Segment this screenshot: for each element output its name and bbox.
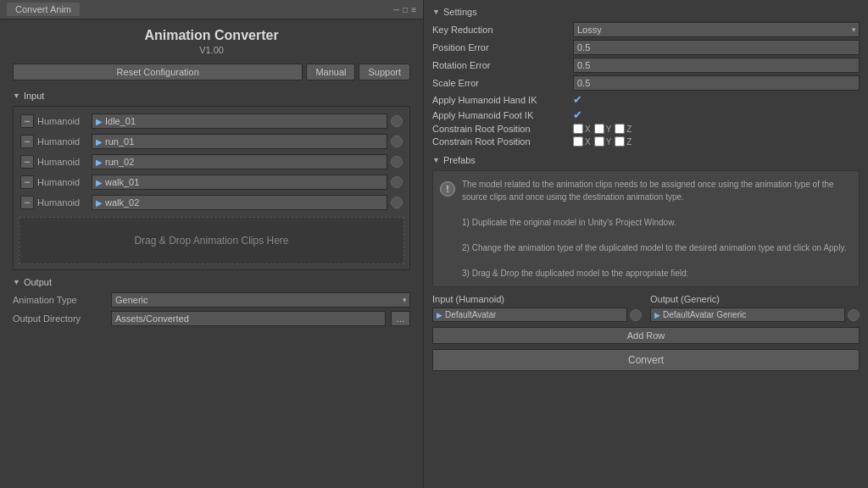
input-label: Input bbox=[24, 91, 44, 101]
anim-clip-field-4[interactable]: ▶ walk_01 bbox=[92, 175, 387, 190]
checkbox-x-2-input[interactable] bbox=[573, 136, 583, 147]
anim-clip-field-5[interactable]: ▶ walk_02 bbox=[92, 195, 387, 210]
anim-type-2: Humanoid bbox=[37, 136, 88, 147]
output-section: ▼ Output Animation Type Generic Humanoid… bbox=[13, 277, 410, 326]
settings-section: ▼ Settings Key Reduction Lossy Lossless … bbox=[432, 7, 860, 147]
convert-button[interactable]: Convert bbox=[432, 349, 860, 371]
table-row: − Humanoid ▶ run_02 bbox=[19, 152, 404, 171]
apply-foot-ik-row: Apply Humanoid Foot IK ✔ bbox=[432, 108, 860, 121]
left-panel: Convert Anim ─ □ ≡ Animation Converter V… bbox=[0, 0, 424, 488]
checkbox-x-1-input[interactable] bbox=[573, 124, 583, 134]
input-prefab-field[interactable]: ▶ DefaultAvatar bbox=[432, 308, 627, 322]
constrain-root-pos-2-checkboxes: X Y Z bbox=[573, 136, 632, 147]
input-prefab-name: DefaultAvatar bbox=[445, 310, 496, 319]
checkbox-z-2[interactable]: Z bbox=[615, 136, 632, 147]
anim-clip-field-1[interactable]: ▶ Idle_01 bbox=[92, 114, 387, 129]
constrain-root-pos-1-checkboxes: X Y Z bbox=[573, 124, 632, 134]
output-directory-label: Output Directory bbox=[13, 313, 106, 324]
key-reduction-select-wrapper: Lossy Lossless None bbox=[573, 22, 860, 37]
window-controls: ─ □ ≡ bbox=[393, 5, 416, 14]
anim-circle-btn-4[interactable] bbox=[391, 176, 403, 188]
remove-anim-4-button[interactable]: − bbox=[20, 175, 34, 189]
output-prefab-field[interactable]: ▶ DefaultAvatar Generic bbox=[650, 308, 845, 322]
remove-anim-3-button[interactable]: − bbox=[20, 155, 34, 169]
rotation-error-row: Rotation Error bbox=[432, 58, 860, 73]
checkbox-y-1-input[interactable] bbox=[594, 124, 604, 134]
rotation-error-label: Rotation Error bbox=[432, 60, 568, 70]
scale-error-label: Scale Error bbox=[432, 78, 568, 88]
animation-type-label: Animation Type bbox=[13, 295, 106, 305]
support-button[interactable]: Support bbox=[359, 64, 410, 80]
anim-clip-field-3[interactable]: ▶ run_02 bbox=[92, 154, 387, 169]
checkbox-x-1[interactable]: X bbox=[573, 124, 591, 134]
scale-error-row: Scale Error bbox=[432, 75, 860, 91]
remove-anim-1-button[interactable]: − bbox=[20, 114, 34, 128]
clip-name-1: Idle_01 bbox=[105, 116, 136, 126]
checkbox-x-2[interactable]: X bbox=[573, 136, 591, 147]
remove-anim-5-button[interactable]: − bbox=[20, 196, 34, 209]
animation-list: − Humanoid ▶ Idle_01 − Humanoid ▶ run_01 bbox=[19, 112, 404, 212]
key-reduction-row: Key Reduction Lossy Lossless None bbox=[432, 22, 860, 37]
anim-circle-btn-2[interactable] bbox=[391, 136, 403, 147]
anim-clip-field-2[interactable]: ▶ run_01 bbox=[92, 134, 387, 149]
menu-icon[interactable]: ≡ bbox=[411, 5, 416, 14]
position-error-row: Position Error bbox=[432, 40, 860, 55]
table-row: − Humanoid ▶ Idle_01 bbox=[19, 112, 404, 130]
constrain-root-pos-1-label: Constrain Root Position bbox=[432, 124, 568, 134]
prefabs-section-header: ▼ Prefabs bbox=[432, 155, 860, 165]
anim-circle-btn-1[interactable] bbox=[391, 115, 403, 127]
checkbox-y-1[interactable]: Y bbox=[594, 124, 612, 134]
prefabs-info-text: The model related to the animation clips… bbox=[462, 178, 852, 280]
output-prefab-field-row: ▶ DefaultAvatar Generic bbox=[650, 308, 860, 322]
anim-type-5: Humanoid bbox=[37, 197, 88, 208]
info-icon: ! bbox=[440, 181, 455, 197]
browse-button[interactable]: ... bbox=[391, 311, 410, 326]
anim-type-3: Humanoid bbox=[37, 157, 88, 167]
rotation-error-input[interactable] bbox=[573, 58, 860, 73]
constrain-root-pos-1-row: Constrain Root Position X Y Z bbox=[432, 124, 860, 134]
prefabs-section: ▼ Prefabs ! The model related to the ani… bbox=[432, 155, 860, 371]
drag-drop-area[interactable]: Drag & Drop Animation Clips Here bbox=[19, 217, 404, 264]
key-reduction-select[interactable]: Lossy Lossless None bbox=[573, 22, 860, 37]
app-title: Animation Converter bbox=[13, 28, 410, 43]
animation-type-row: Animation Type Generic Humanoid Legacy bbox=[13, 292, 410, 308]
input-prefab-icon: ▶ bbox=[437, 311, 442, 319]
checkbox-y-2-input[interactable] bbox=[594, 136, 604, 147]
remove-anim-2-button[interactable]: − bbox=[20, 135, 34, 148]
clip-icon-1: ▶ bbox=[96, 117, 103, 126]
checkbox-z-1[interactable]: Z bbox=[615, 124, 632, 134]
key-reduction-label: Key Reduction bbox=[432, 25, 568, 35]
manual-button[interactable]: Manual bbox=[306, 64, 355, 80]
minimize-icon[interactable]: ─ bbox=[393, 5, 399, 14]
animation-type-select[interactable]: Generic Humanoid Legacy bbox=[111, 292, 410, 308]
animation-type-select-wrapper: Generic Humanoid Legacy bbox=[111, 292, 410, 308]
table-row: − Humanoid ▶ run_01 bbox=[19, 132, 404, 151]
input-prefab-col: Input (Humanoid) ▶ DefaultAvatar bbox=[432, 294, 642, 322]
maximize-icon[interactable]: □ bbox=[403, 5, 408, 14]
scale-error-input[interactable] bbox=[573, 75, 860, 91]
output-section-header: ▼ Output bbox=[13, 277, 410, 287]
checkbox-z-1-input[interactable] bbox=[615, 124, 625, 134]
checkbox-y-2[interactable]: Y bbox=[594, 136, 612, 147]
tab-convert-anim[interactable]: Convert Anim bbox=[7, 3, 80, 16]
add-row-button[interactable]: Add Row bbox=[432, 327, 860, 344]
toolbar: Reset Configuration Manual Support bbox=[13, 64, 410, 80]
reset-configuration-button[interactable]: Reset Configuration bbox=[13, 64, 303, 80]
clip-icon-4: ▶ bbox=[96, 178, 103, 187]
clip-name-3: run_02 bbox=[105, 157, 134, 167]
hand-ik-checkmark: ✔ bbox=[573, 93, 582, 106]
checkbox-z-2-input[interactable] bbox=[615, 136, 625, 147]
table-row: − Humanoid ▶ walk_01 bbox=[19, 173, 404, 191]
position-error-input[interactable] bbox=[573, 40, 860, 55]
input-section: − Humanoid ▶ Idle_01 − Humanoid ▶ run_01 bbox=[13, 106, 410, 270]
input-prefab-circle-btn[interactable] bbox=[630, 309, 642, 321]
apply-hand-ik-label: Apply Humanoid Hand IK bbox=[432, 95, 568, 105]
anim-circle-btn-5[interactable] bbox=[391, 197, 403, 208]
constrain-root-pos-2-label: Constrain Root Position bbox=[432, 136, 568, 147]
output-prefab-col: Output (Generic) ▶ DefaultAvatar Generic bbox=[650, 294, 860, 322]
input-triangle-icon: ▼ bbox=[13, 92, 20, 100]
output-triangle-icon: ▼ bbox=[13, 278, 20, 286]
anim-circle-btn-3[interactable] bbox=[391, 156, 403, 168]
output-directory-field[interactable]: Assets/Converted bbox=[111, 311, 386, 326]
output-prefab-circle-btn[interactable] bbox=[848, 309, 860, 321]
